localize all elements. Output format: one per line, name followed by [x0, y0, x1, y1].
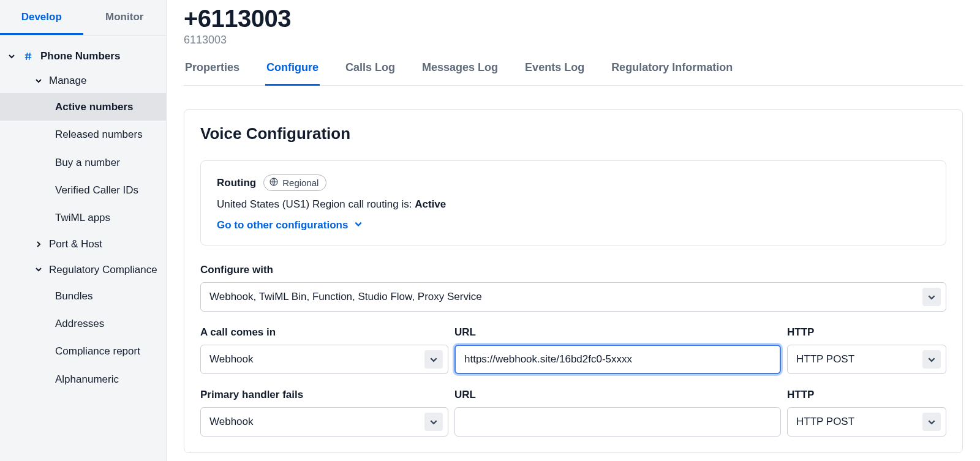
globe-icon	[269, 177, 279, 189]
nav-item-verified-caller-ids[interactable]: Verified Caller IDs	[0, 176, 166, 204]
voice-config-title: Voice Configuration	[200, 124, 946, 143]
tab-properties[interactable]: Properties	[184, 61, 241, 86]
routing-status: United States (US1) Region call routing …	[217, 198, 930, 211]
main-content: +6113003 6113003 Properties Configure Ca…	[167, 0, 980, 461]
chevron-down-icon	[34, 266, 43, 273]
nav-regulatory-compliance[interactable]: Regulatory Compliance	[0, 257, 166, 282]
sidebar-tab-monitor[interactable]: Monitor	[83, 0, 167, 35]
call-in-url-label: URL	[454, 326, 781, 339]
chevron-down-icon	[922, 288, 941, 306]
tab-regulatory-info[interactable]: Regulatory Information	[610, 61, 734, 86]
call-comes-in-row: A call comes in Webhook URL HTTP HTTP PO…	[200, 326, 946, 374]
tab-configure[interactable]: Configure	[265, 61, 320, 86]
hash-icon	[22, 50, 34, 62]
chevron-down-icon	[922, 350, 941, 369]
tab-events-log[interactable]: Events Log	[524, 61, 586, 86]
nav-manage[interactable]: Manage	[0, 69, 166, 93]
chevron-right-icon	[34, 241, 43, 248]
nav-regulatory-label: Regulatory Compliance	[49, 263, 157, 276]
chevron-down-icon	[424, 350, 443, 369]
regional-badge-label: Regional	[282, 178, 318, 188]
chevron-down-icon	[34, 77, 43, 84]
call-comes-in-label: A call comes in	[200, 326, 448, 339]
content-tabs: Properties Configure Calls Log Messages …	[184, 61, 963, 86]
primary-handler-fails-row: Primary handler fails Webhook URL HTTP H…	[200, 389, 946, 437]
primary-fail-http-value: HTTP POST	[796, 416, 854, 428]
chevron-down-icon	[922, 413, 941, 431]
configure-with-select[interactable]: Webhook, TwiML Bin, Function, Studio Flo…	[200, 282, 946, 312]
chevron-down-icon	[354, 219, 363, 231]
call-in-http-select[interactable]: HTTP POST	[787, 345, 946, 374]
tab-messages-log[interactable]: Messages Log	[421, 61, 499, 86]
nav-port-host-label: Port & Host	[49, 238, 102, 250]
call-comes-in-value: Webhook	[209, 353, 254, 365]
chevron-down-icon	[424, 413, 443, 431]
nav-phone-numbers[interactable]: Phone Numbers	[0, 44, 166, 69]
routing-label: Routing	[217, 177, 256, 189]
nav-item-addresses[interactable]: Addresses	[0, 310, 166, 337]
nav-item-active-numbers[interactable]: Active numbers	[0, 93, 166, 121]
voice-configuration-panel: Voice Configuration Routing Regional Uni…	[184, 109, 963, 453]
tab-calls-log[interactable]: Calls Log	[344, 61, 396, 86]
configure-with-label: Configure with	[200, 264, 946, 276]
nav-item-buy-a-number[interactable]: Buy a number	[0, 149, 166, 176]
call-in-url-input-wrapper	[454, 345, 781, 374]
primary-fail-url-input[interactable]	[464, 408, 772, 436]
chevron-down-icon	[7, 53, 16, 60]
primary-fail-value: Webhook	[209, 416, 254, 428]
nav-item-released-numbers[interactable]: Released numbers	[0, 121, 166, 148]
routing-box: Routing Regional United States (US1) Reg…	[200, 160, 946, 245]
go-other-configurations-link[interactable]: Go to other configurations	[217, 219, 363, 231]
configure-with-value: Webhook, TwiML Bin, Function, Studio Flo…	[209, 291, 482, 303]
primary-fail-select[interactable]: Webhook	[200, 407, 448, 437]
page-subtitle: 6113003	[184, 34, 963, 47]
nav-item-alphanumeric[interactable]: Alphanumeric	[0, 365, 166, 388]
call-in-http-label: HTTP	[787, 326, 946, 339]
nav-item-bundles[interactable]: Bundles	[0, 282, 166, 310]
go-other-label: Go to other configurations	[217, 219, 348, 231]
nav-port-host[interactable]: Port & Host	[0, 231, 166, 257]
primary-fail-url-input-wrapper	[454, 407, 781, 437]
primary-fail-url-label: URL	[454, 389, 781, 401]
call-comes-in-select[interactable]: Webhook	[200, 345, 448, 374]
primary-fail-http-select[interactable]: HTTP POST	[787, 407, 946, 437]
call-in-http-value: HTTP POST	[796, 353, 854, 365]
page-title: +6113003	[184, 5, 963, 32]
primary-fail-http-label: HTTP	[787, 389, 946, 401]
sidebar-tab-develop[interactable]: Develop	[0, 0, 83, 35]
primary-fail-label: Primary handler fails	[200, 389, 448, 401]
sidebar-nav: Phone Numbers Manage Active numbers Rele…	[0, 36, 166, 388]
routing-status-value: Active	[415, 198, 446, 210]
call-in-url-input[interactable]	[464, 346, 771, 373]
sidebar-tabs: Develop Monitor	[0, 0, 166, 36]
nav-manage-label: Manage	[49, 75, 86, 87]
routing-status-prefix: United States (US1) Region call routing …	[217, 198, 415, 210]
nav-phone-numbers-label: Phone Numbers	[40, 50, 120, 62]
nav-item-compliance-report[interactable]: Compliance report	[0, 337, 166, 365]
sidebar: Develop Monitor Phone Numbers Manage Act…	[0, 0, 167, 461]
regional-badge: Regional	[263, 174, 326, 191]
nav-item-twiml-apps[interactable]: TwiML apps	[0, 204, 166, 231]
